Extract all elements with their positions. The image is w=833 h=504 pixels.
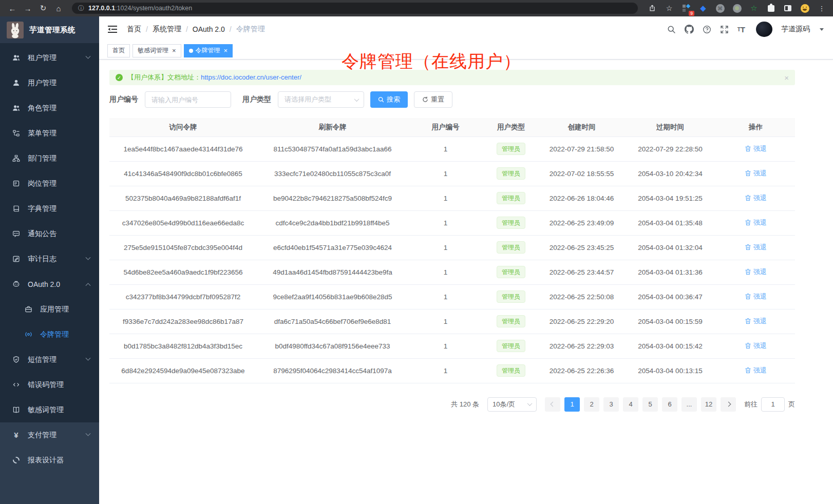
report-icon [12, 456, 21, 464]
page-button-2[interactable]: 2 [584, 397, 599, 412]
user-type-placeholder: 请选择用户类型 [285, 95, 331, 104]
force-logout-button[interactable]: 强退 [745, 218, 767, 227]
sidebar-item-notice[interactable]: 通知公告 [0, 221, 99, 246]
extension-grid-icon[interactable]: 9 [681, 3, 691, 13]
force-logout-button[interactable]: 强退 [745, 169, 767, 178]
table-row: 6d842e2924594de9a09e45e087323abe8796295f… [109, 358, 795, 383]
sidebar-item-dept[interactable]: 部门管理 [0, 146, 99, 171]
profile-emoji-icon[interactable] [800, 3, 810, 13]
sidebar-collapse-icon[interactable] [107, 25, 118, 33]
sidebar-item-report[interactable]: 报表设计器 [0, 448, 99, 473]
tree-icon [12, 154, 21, 162]
table-row: 41c41346a548490f9dc8b01c6bfe0865333ecfc7… [109, 161, 795, 186]
expire-time-cell: 2022-07-29 22:28:50 [624, 137, 716, 161]
breadcrumb-item[interactable]: OAuth 2.0 [193, 25, 225, 33]
page-ellipsis[interactable]: ... [681, 397, 697, 412]
fullscreen-icon[interactable] [720, 25, 729, 34]
force-logout-button[interactable]: 强退 [745, 193, 767, 203]
app-title: 芋道管理系统 [29, 25, 75, 35]
app-logo[interactable]: 芋道管理系统 [0, 16, 99, 43]
sidebar-item-sensitive-word[interactable]: 敏感词管理 [0, 397, 99, 422]
sidebar-item-oauth2-token[interactable]: 令牌管理 [0, 322, 99, 347]
page-button-6[interactable]: 6 [662, 397, 677, 412]
user-type-tag: 管理员 [497, 143, 525, 155]
force-logout-button[interactable]: 强退 [745, 243, 767, 252]
green-star-icon[interactable]: ☆ [749, 3, 759, 13]
home-icon[interactable]: ⌂ [52, 2, 65, 14]
user-type-label: 用户类型 [242, 95, 271, 104]
back-icon[interactable]: ← [6, 2, 18, 14]
reset-button[interactable]: 重置 [414, 91, 452, 108]
page-size-select[interactable]: 10条/页 [487, 397, 537, 412]
force-logout-button[interactable]: 强退 [745, 317, 767, 326]
gem-icon[interactable]: ◆ [698, 3, 708, 13]
tab-令牌管理[interactable]: 令牌管理× [184, 44, 233, 57]
tab-敏感词管理[interactable]: 敏感词管理× [132, 44, 181, 57]
chevron-down-icon[interactable] [820, 28, 824, 31]
github-icon[interactable] [685, 25, 694, 34]
sidebar-item-menu[interactable]: 菜单管理 [0, 121, 99, 146]
page-button-5[interactable]: 5 [642, 397, 658, 412]
sidebar-item-oauth2-app[interactable]: 应用管理 [0, 297, 99, 322]
force-logout-button[interactable]: 强退 [745, 267, 767, 277]
bookmark-star-icon[interactable]: ☆ [664, 3, 674, 13]
page-button-1[interactable]: 1 [564, 397, 580, 412]
sidebar-item-role[interactable]: 角色管理 [0, 95, 99, 121]
table-row: 1ea5e44f8bc1467aaede43144f31de76811c5304… [109, 137, 795, 161]
user-id-input[interactable] [145, 91, 231, 108]
share-icon[interactable] [647, 3, 657, 13]
force-logout-button[interactable]: 强退 [745, 366, 767, 375]
prev-page-button[interactable] [545, 397, 560, 412]
user-id-cell: 1 [408, 358, 483, 383]
next-page-button[interactable] [721, 397, 736, 412]
user-type-select[interactable]: 请选择用户类型 [278, 91, 364, 108]
force-logout-button[interactable]: 强退 [745, 144, 767, 153]
breadcrumb-item[interactable]: 首页 [127, 25, 141, 34]
forward-icon[interactable]: → [22, 2, 34, 14]
sidebar-item-oauth2[interactable]: OAuth 2.0 [0, 272, 99, 297]
page-buttons: 123456...12 [564, 397, 716, 412]
breadcrumb-item: 令牌管理 [236, 25, 265, 34]
page-button-12[interactable]: 12 [701, 397, 716, 412]
sidebar-item-tenant[interactable]: 租户管理 [0, 45, 99, 70]
close-icon[interactable]: × [172, 47, 176, 54]
sidebar: 芋道管理系统 租户管理用户管理角色管理菜单管理部门管理岗位管理字典管理通知公告审… [0, 16, 99, 504]
force-logout-button[interactable]: 强退 [745, 292, 767, 301]
record-circle-icon[interactable] [732, 3, 742, 13]
screen: ← → ↻ ⌂ ⓘ 127.0.0.1:1024/system/oauth2/t… [0, 0, 833, 504]
sidebar-item-label: 审计日志 [28, 255, 56, 264]
sidebar-item-audit-log[interactable]: 审计日志 [0, 246, 99, 272]
sidebar-item-post[interactable]: 岗位管理 [0, 171, 99, 196]
avatar[interactable] [756, 22, 772, 37]
command-circle-icon[interactable]: ⌘ [715, 3, 725, 13]
goto-page-input[interactable] [761, 397, 785, 412]
site-info-icon[interactable]: ⓘ [78, 4, 84, 13]
access-token-cell: 6d842e2924594de9a09e45e087323abe [109, 358, 257, 383]
doc-link[interactable]: https://doc.iocoder.cn/user-center/ [201, 73, 301, 81]
force-logout-button[interactable]: 强退 [745, 341, 767, 351]
alert-close-icon[interactable]: × [784, 73, 789, 82]
help-icon[interactable] [703, 25, 711, 34]
font-size-icon[interactable]: TT [737, 25, 745, 34]
close-icon[interactable]: × [224, 47, 228, 54]
user-name[interactable]: 芋道源码 [781, 25, 810, 34]
tab-label: 敏感词管理 [138, 46, 168, 55]
sidebar-item-sms[interactable]: 短信管理 [0, 347, 99, 372]
expire-time-cell: 2054-03-04 01:31:36 [624, 260, 716, 284]
page-button-3[interactable]: 3 [603, 397, 619, 412]
page-button-4[interactable]: 4 [623, 397, 638, 412]
search-icon[interactable] [667, 25, 676, 34]
sidebar-item-user[interactable]: 用户管理 [0, 70, 99, 95]
reload-icon[interactable]: ↻ [37, 2, 49, 14]
browser-menu-icon[interactable]: ⋮ [817, 3, 827, 13]
address-bar[interactable]: ⓘ 127.0.0.1:1024/system/oauth2/token [72, 3, 638, 14]
sidebar-item-errcode[interactable]: 错误码管理 [0, 372, 99, 397]
sidebar-item-pay[interactable]: ¥支付管理 [0, 422, 99, 448]
sidebar-item-dict[interactable]: 字典管理 [0, 196, 99, 221]
user-type-tag: 管理员 [497, 217, 525, 229]
side-panel-icon[interactable] [783, 3, 793, 13]
puzzle-icon[interactable] [766, 3, 776, 13]
tab-首页[interactable]: 首页 [107, 44, 130, 57]
breadcrumb-item[interactable]: 系统管理 [153, 25, 181, 34]
search-button[interactable]: 搜索 [370, 91, 408, 108]
